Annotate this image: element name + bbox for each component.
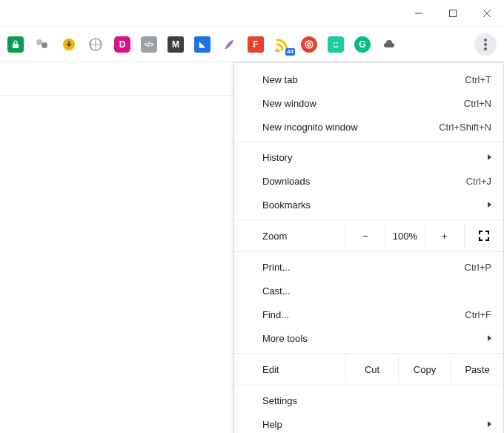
menu-label: Find...	[262, 309, 465, 320]
svg-point-6	[36, 39, 42, 45]
ext-basket[interactable]	[87, 36, 104, 53]
menu-new-incognito[interactable]: New incognito window Ctrl+Shift+N	[234, 115, 503, 139]
content-divider	[0, 95, 237, 96]
ext-code-glyph: </>	[144, 41, 153, 48]
ext-green-lock[interactable]	[7, 36, 24, 53]
menu-separator	[234, 353, 503, 354]
menu-edit-row: Edit Cut Copy Paste	[234, 357, 503, 382]
menu-new-tab[interactable]: New tab Ctrl+T	[234, 67, 503, 91]
menu-separator	[234, 219, 503, 220]
ext-code[interactable]: </>	[141, 36, 157, 53]
menu-shortcut: Ctrl+T	[465, 74, 491, 85]
cloud-icon	[382, 39, 397, 50]
ext-d[interactable]: D	[114, 36, 130, 53]
basket-icon	[88, 37, 103, 52]
menu-new-window[interactable]: New window Ctrl+N	[234, 91, 503, 115]
menu-label: New window	[262, 98, 464, 109]
ext-d-glyph: D	[119, 39, 126, 50]
menu-shortcut: Ctrl+Shift+N	[439, 122, 491, 133]
menu-separator	[234, 385, 503, 386]
svg-point-16	[484, 47, 487, 50]
svg-point-12	[334, 42, 335, 44]
svg-rect-5	[13, 44, 19, 48]
minimize-button[interactable]	[402, 0, 436, 27]
ext-m-glyph: M	[172, 39, 179, 50]
ext-rss[interactable]: 44	[274, 36, 291, 53]
svg-point-10	[305, 41, 313, 48]
feather-icon	[222, 37, 236, 52]
idm-icon	[62, 37, 76, 52]
ext-tag-glyph: ◣	[199, 40, 205, 48]
chevron-right-icon	[488, 421, 491, 427]
menu-label: More tools	[262, 333, 488, 344]
menu-shortcut: Ctrl+P	[465, 262, 491, 273]
chrome-menu-button[interactable]	[474, 33, 497, 56]
svg-point-14	[484, 39, 487, 42]
menu-shortcut: Ctrl+J	[466, 176, 491, 187]
menu-settings[interactable]: Settings	[234, 389, 503, 412]
menu-label: New tab	[262, 74, 465, 85]
edit-paste-button[interactable]: Paste	[451, 357, 503, 382]
fullscreen-icon	[479, 231, 489, 241]
ext-feather[interactable]	[221, 36, 237, 53]
svg-point-15	[484, 43, 487, 46]
zoom-out-button[interactable]: −	[345, 223, 385, 248]
ext-f[interactable]: F	[248, 36, 264, 53]
menu-label: History	[262, 152, 488, 163]
lock-icon	[11, 40, 20, 49]
zoom-in-button[interactable]: +	[425, 223, 464, 248]
menu-label: Downloads	[262, 176, 466, 187]
kebab-icon	[484, 39, 487, 50]
ext-g-glyph: G	[359, 39, 365, 50]
menu-history[interactable]: History	[234, 145, 503, 169]
extensions-toolbar: D </> M ◣ F 44 G	[0, 27, 504, 62]
svg-point-7	[42, 42, 47, 48]
edit-label: Edit	[234, 364, 345, 375]
spiral-icon	[304, 39, 314, 50]
window-titlebar	[0, 0, 504, 27]
ext-gray-balls[interactable]	[34, 36, 50, 53]
fullscreen-button[interactable]	[464, 223, 503, 248]
menu-separator	[234, 142, 503, 142]
chevron-right-icon	[488, 335, 491, 341]
svg-rect-1	[450, 10, 457, 16]
menu-help[interactable]: Help	[234, 412, 503, 433]
chrome-menu: New tab Ctrl+T New window Ctrl+N New inc…	[233, 62, 504, 433]
menu-label: Help	[262, 419, 488, 430]
ext-idm[interactable]	[61, 36, 77, 53]
zoom-value: 100%	[385, 223, 424, 248]
menu-label: Cast...	[262, 285, 491, 297]
menu-zoom-row: Zoom − 100% +	[234, 223, 503, 248]
svg-point-11	[308, 43, 311, 46]
menu-label: Print...	[262, 262, 465, 273]
ext-spiral[interactable]	[301, 36, 317, 53]
ext-tag[interactable]: ◣	[194, 36, 210, 53]
ext-rss-badge: 44	[285, 48, 295, 56]
svg-point-13	[336, 42, 338, 44]
menu-more-tools[interactable]: More tools	[234, 326, 503, 350]
menu-shortcut: Ctrl+F	[465, 309, 491, 320]
menu-label: Bookmarks	[262, 199, 488, 211]
edit-cut-button[interactable]: Cut	[345, 357, 398, 382]
minimize-icon	[414, 9, 423, 18]
chevron-right-icon	[488, 202, 491, 208]
menu-label: New incognito window	[262, 122, 439, 133]
menu-separator	[234, 251, 503, 252]
ext-smile[interactable]	[328, 36, 344, 53]
smile-icon	[331, 39, 341, 50]
ext-f-glyph: F	[253, 39, 258, 50]
ext-g[interactable]: G	[354, 36, 371, 53]
zoom-label: Zoom	[234, 231, 345, 242]
menu-print[interactable]: Print... Ctrl+P	[234, 255, 503, 279]
menu-downloads[interactable]: Downloads Ctrl+J	[234, 169, 503, 193]
edit-copy-button[interactable]: Copy	[398, 357, 451, 382]
menu-cast[interactable]: Cast...	[234, 279, 503, 303]
close-button[interactable]	[470, 0, 504, 27]
menu-find[interactable]: Find... Ctrl+F	[234, 303, 503, 326]
maximize-button[interactable]	[436, 0, 470, 27]
ext-m[interactable]: M	[168, 36, 184, 53]
menu-shortcut: Ctrl+N	[464, 98, 491, 109]
ext-cloud[interactable]	[381, 36, 397, 53]
menu-bookmarks[interactable]: Bookmarks	[234, 193, 503, 216]
chevron-right-icon	[488, 154, 491, 160]
